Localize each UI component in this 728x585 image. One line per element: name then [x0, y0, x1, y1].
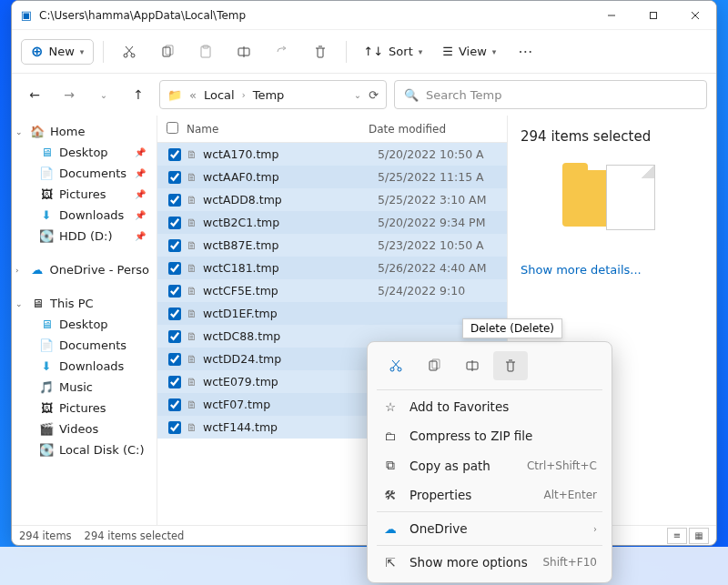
file-icon: 🗎	[187, 308, 203, 320]
row-checkbox[interactable]	[167, 217, 183, 229]
svg-line-6	[126, 46, 133, 54]
sidebar-item-tpc-downloads[interactable]: ⬇Downloads	[12, 356, 157, 377]
file-row[interactable]: 🗎wctADD8.tmp5/25/2022 3:10 AM	[157, 188, 507, 211]
sidebar-item-tpc-localdisk[interactable]: 💽Local Disk (C:)	[12, 439, 157, 460]
row-checkbox[interactable]	[167, 239, 183, 252]
file-date: 5/25/2022 3:10 AM	[378, 193, 486, 207]
navigation-pane[interactable]: ⌄🏠Home 🖥Desktop📌 📄Documents📌 🖼Pictures📌 …	[12, 116, 157, 525]
chevron-down-icon: ▾	[492, 47, 497, 56]
more-button[interactable]: ⋯	[509, 35, 541, 68]
maximize-button[interactable]	[632, 1, 674, 30]
copy-button[interactable]	[151, 35, 184, 68]
sidebar-item-thispc[interactable]: ⌄🖥This PC	[12, 293, 157, 314]
details-thumbnail	[562, 165, 662, 247]
chevron-down-icon[interactable]: ⌄	[354, 90, 361, 100]
ctx-onedrive[interactable]: ☁OneDrive›	[373, 514, 606, 543]
row-checkbox[interactable]	[167, 171, 183, 184]
file-row[interactable]: 🗎wctB87E.tmp5/23/2022 10:50 A	[157, 234, 507, 257]
ctx-copy-button[interactable]	[417, 351, 451, 380]
row-checkbox[interactable]	[167, 398, 183, 411]
file-row[interactable]: 🗎wctAAF0.tmp5/25/2022 11:15 A	[157, 166, 507, 188]
back-button[interactable]: ←	[21, 81, 48, 108]
sidebar-item-downloads[interactable]: ⬇Downloads📌	[12, 205, 157, 226]
titlebar: ▣ C:\Users\hamma\AppData\Local\Temp	[12, 1, 716, 30]
row-checkbox[interactable]	[167, 376, 183, 388]
row-checkbox[interactable]	[167, 330, 183, 343]
ctx-add-to-favorites[interactable]: ☆Add to Favorites	[373, 392, 606, 421]
desktop-icon: 🖥	[39, 146, 54, 159]
column-date[interactable]: Date modified	[369, 123, 507, 136]
minimize-icon	[607, 11, 616, 20]
row-checkbox[interactable]	[167, 353, 183, 366]
file-row[interactable]: 🗎wctD1EF.tmp	[157, 302, 507, 325]
file-row[interactable]: 🗎wctC181.tmp5/26/2022 4:40 AM	[157, 257, 507, 279]
recent-button[interactable]: ⌄	[90, 81, 117, 108]
row-checkbox[interactable]	[167, 262, 183, 275]
row-checkbox[interactable]	[167, 148, 183, 161]
sidebar-item-pictures[interactable]: 🖼Pictures📌	[12, 184, 157, 205]
paste-button[interactable]	[189, 35, 222, 68]
cut-button[interactable]	[113, 35, 146, 68]
ctx-cut-button[interactable]	[379, 351, 413, 380]
chevron-down-icon: ▾	[419, 47, 423, 56]
search-input[interactable]: 🔍 Search Temp	[394, 80, 707, 109]
delete-button[interactable]	[304, 35, 337, 68]
ctx-compress-zip[interactable]: 🗀Compress to ZIP file	[373, 421, 606, 450]
sidebar-item-desktop[interactable]: 🖥Desktop📌	[12, 142, 157, 163]
sort-button[interactable]: ↑↓ Sort ▾	[356, 40, 430, 63]
ctx-show-more-options[interactable]: ⇱Show more optionsShift+F10	[373, 548, 606, 577]
row-checkbox[interactable]	[167, 421, 183, 434]
folder-icon: 🗀	[382, 429, 399, 443]
up-button[interactable]: ↑	[125, 81, 152, 108]
separator	[346, 41, 347, 63]
sidebar-item-tpc-videos[interactable]: 🎬Videos	[12, 419, 157, 439]
file-date: 5/20/2022 9:34 PM	[378, 216, 485, 229]
rename-button[interactable]	[228, 35, 260, 68]
file-row[interactable]: 🗎wctB2C1.tmp5/20/2022 9:34 PM	[157, 211, 507, 234]
sidebar-item-hdd[interactable]: 💽HDD (D:)📌	[12, 226, 157, 247]
breadcrumb-parent[interactable]: Local	[204, 88, 235, 102]
sidebar-item-home[interactable]: ⌄🏠Home	[12, 121, 157, 142]
share-button[interactable]	[266, 35, 298, 68]
ctx-rename-button[interactable]	[455, 351, 490, 380]
refresh-button[interactable]: ⟳	[369, 88, 379, 102]
file-name: wctDC88.tmp	[203, 329, 378, 343]
sidebar-item-tpc-desktop[interactable]: 🖥Desktop	[12, 314, 157, 335]
status-selection: 294 items selected	[85, 530, 185, 542]
file-icon: 🗎	[187, 376, 203, 388]
ctx-properties[interactable]: 🛠PropertiesAlt+Enter	[373, 480, 606, 509]
sort-label: Sort	[389, 45, 413, 58]
taskbar[interactable]	[0, 547, 728, 585]
chevron-down-icon: ⌄	[15, 127, 25, 136]
sidebar-item-tpc-music[interactable]: 🎵Music	[12, 377, 157, 398]
file-name: wctE079.tmp	[203, 375, 378, 388]
row-checkbox[interactable]	[167, 194, 183, 207]
view-button[interactable]: ☰ View ▾	[435, 40, 503, 63]
thumbnails-view-button[interactable]: ▦	[689, 528, 709, 544]
ctx-delete-button[interactable]	[493, 351, 528, 380]
sidebar-item-tpc-pictures[interactable]: 🖼Pictures	[12, 398, 157, 419]
file-row[interactable]: 🗎wctCF5E.tmp5/24/2022 9:10	[157, 279, 507, 302]
folder-icon: 📁	[167, 88, 182, 102]
file-date: 5/26/2022 4:40 AM	[378, 261, 486, 275]
svg-line-16	[393, 360, 399, 368]
sidebar-item-tpc-documents[interactable]: 📄Documents	[12, 335, 157, 356]
sidebar-item-documents[interactable]: 📄Documents📌	[12, 163, 157, 184]
show-more-details-link[interactable]: Show more details...	[521, 263, 642, 277]
address-bar[interactable]: 📁 « Local › Temp ⌄ ⟳	[159, 80, 387, 109]
column-name[interactable]: Name	[187, 123, 369, 136]
forward-button[interactable]: →	[56, 81, 83, 108]
file-icon: 🗎	[187, 285, 203, 298]
breadcrumb-current[interactable]: Temp	[253, 88, 285, 102]
file-name: wctB87E.tmp	[203, 238, 378, 252]
minimize-button[interactable]	[591, 1, 632, 30]
file-row[interactable]: 🗎wctA170.tmp5/20/2022 10:50 A	[157, 143, 507, 166]
details-view-button[interactable]: ≡	[667, 528, 687, 544]
close-button[interactable]	[674, 1, 716, 30]
row-checkbox[interactable]	[167, 308, 183, 320]
ctx-copy-as-path[interactable]: ⧉Copy as pathCtrl+Shift+C	[373, 450, 606, 480]
new-button[interactable]: ⊕ New ▾	[21, 39, 94, 65]
select-all-checkbox[interactable]	[167, 122, 178, 134]
sidebar-item-onedrive[interactable]: ›☁OneDrive - Perso	[12, 259, 157, 280]
row-checkbox[interactable]	[167, 285, 183, 298]
